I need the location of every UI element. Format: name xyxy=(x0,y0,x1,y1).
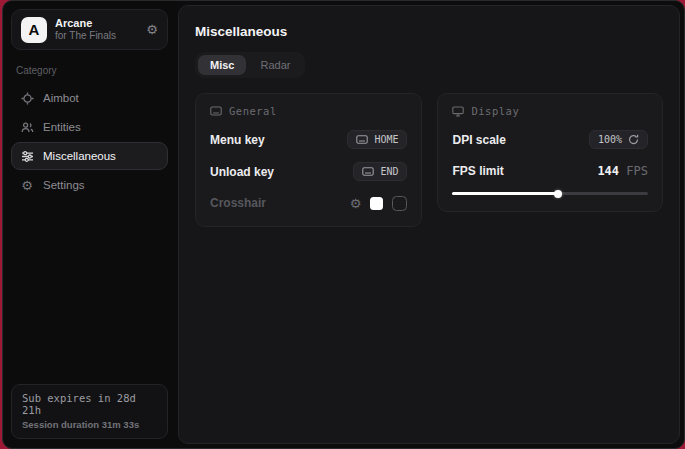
crosshair-row: Crosshair ⚙ xyxy=(210,194,407,212)
tab-bar: Misc Radar xyxy=(195,52,305,78)
tab-misc[interactable]: Misc xyxy=(198,55,246,75)
session-duration-text: Session duration 31m 33s xyxy=(22,419,157,430)
subscription-info-card: Sub expires in 28d 21h Session duration … xyxy=(11,384,168,439)
app-window: A Arcane for The Finals ⚙ Category Aimbo… xyxy=(2,0,685,449)
fps-unit: FPS xyxy=(626,164,648,178)
display-card: Display DPI scale 100% xyxy=(437,93,663,212)
category-label: Category xyxy=(16,65,168,76)
sidebar-item-label: Aimbot xyxy=(43,92,79,104)
dpi-scale-row: DPI scale 100% xyxy=(452,130,648,149)
fps-limit-value: 144 FPS xyxy=(597,164,648,178)
dpi-scale-label: DPI scale xyxy=(452,133,505,147)
entities-icon xyxy=(20,121,34,134)
menu-key-value: HOME xyxy=(374,134,398,145)
general-card-title: General xyxy=(229,105,277,117)
display-card-title: Display xyxy=(471,105,519,117)
crosshair-controls: ⚙ xyxy=(350,196,408,211)
unload-key-bind-button[interactable]: END xyxy=(353,162,407,181)
refresh-icon xyxy=(628,134,639,145)
fps-slider-thumb[interactable] xyxy=(554,190,562,198)
keyboard-icon xyxy=(356,135,368,144)
dpi-scale-button[interactable]: 100% xyxy=(589,130,648,149)
profile-text: Arcane for The Finals xyxy=(55,17,138,42)
tab-radar[interactable]: Radar xyxy=(248,55,302,75)
app-name: Arcane xyxy=(55,17,138,30)
menu-key-row: Menu key HOME xyxy=(210,130,407,149)
page-title: Miscellaneous xyxy=(195,24,663,39)
gear-icon[interactable]: ⚙ xyxy=(350,197,362,210)
fps-slider-fill xyxy=(452,192,558,195)
display-card-header: Display xyxy=(452,105,648,117)
general-card-header: General xyxy=(210,105,407,117)
sidebar-item-aimbot[interactable]: Aimbot xyxy=(11,84,168,112)
keyboard-icon xyxy=(210,106,222,116)
menu-key-label: Menu key xyxy=(210,133,265,147)
keyboard-icon xyxy=(362,167,374,176)
fps-limit-label: FPS limit xyxy=(452,164,503,178)
unload-key-label: Unload key xyxy=(210,165,274,179)
sidebar-item-miscellaneous[interactable]: Miscellaneous xyxy=(11,142,168,170)
fps-number: 144 xyxy=(597,164,619,178)
settings-cards: General Menu key HOME Unload key xyxy=(195,93,663,227)
sub-expires-text: Sub expires in 28d 21h xyxy=(22,392,157,416)
sidebar: A Arcane for The Finals ⚙ Category Aimbo… xyxy=(3,1,176,448)
sidebar-item-label: Entities xyxy=(43,121,81,133)
general-card: General Menu key HOME Unload key xyxy=(195,93,422,227)
dpi-scale-value: 100% xyxy=(598,134,622,145)
unload-key-value: END xyxy=(380,166,398,177)
sliders-icon xyxy=(20,150,34,163)
fps-limit-row: FPS limit 144 FPS xyxy=(452,162,648,180)
gear-icon: ⚙ xyxy=(20,178,34,193)
sidebar-item-entities[interactable]: Entities xyxy=(11,113,168,141)
sidebar-item-label: Miscellaneous xyxy=(43,150,116,162)
crosshair-icon xyxy=(20,92,34,105)
crosshair-color-swatch[interactable] xyxy=(370,197,383,210)
main-panel: Miscellaneous Misc Radar General xyxy=(178,5,680,444)
app-logo: A xyxy=(21,17,47,43)
sidebar-item-label: Settings xyxy=(43,179,85,191)
fps-limit-slider[interactable] xyxy=(452,189,648,197)
gear-icon[interactable]: ⚙ xyxy=(146,23,158,36)
app-subtitle: for The Finals xyxy=(55,30,138,42)
sidebar-item-settings[interactable]: ⚙ Settings xyxy=(11,171,168,199)
unload-key-row: Unload key END xyxy=(210,162,407,181)
crosshair-label: Crosshair xyxy=(210,196,266,210)
crosshair-checkbox[interactable] xyxy=(392,196,407,211)
profile-card[interactable]: A Arcane for The Finals ⚙ xyxy=(11,9,168,50)
monitor-icon xyxy=(452,106,464,117)
menu-key-bind-button[interactable]: HOME xyxy=(347,130,407,149)
sidebar-nav: Aimbot Entities xyxy=(11,84,168,199)
